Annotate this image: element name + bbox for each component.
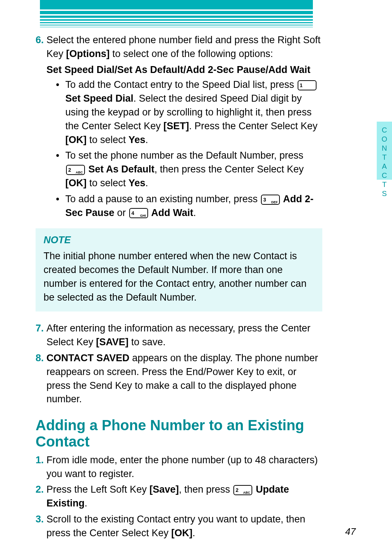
step-number: 3.: [36, 513, 46, 540]
text: .: [192, 528, 195, 538]
label-add-wait: Add Wait: [149, 207, 193, 218]
bullet-set-speed-dial: To add the Contact entry to the Speed Di…: [56, 78, 322, 147]
text: .: [85, 498, 87, 509]
text: .: [193, 207, 196, 218]
note-box: NOTE The initial phone number entered wh…: [36, 228, 322, 311]
page-number: 47: [345, 525, 356, 538]
step-8: 8. CONTACT SAVED appears on the display.…: [36, 351, 322, 406]
page-content: 6. Select the entered phone number field…: [36, 33, 322, 542]
text: to save.: [128, 337, 166, 347]
key-set: [SET]: [163, 121, 189, 131]
key-ok: [OK]: [171, 528, 192, 538]
text: .: [146, 134, 148, 145]
key-3-icon: 3DEF: [261, 195, 280, 205]
text: , then press the Center Select Key: [155, 164, 304, 175]
s2-step-3: 3. Scroll to the existing Contact entry …: [36, 513, 322, 540]
label-yes: Yes: [128, 178, 146, 188]
key-save: [Save]: [150, 484, 179, 495]
bullet-add-pause: To add a pause to an existing number, pr…: [56, 192, 322, 220]
note-body: The initial phone number entered when th…: [44, 249, 314, 304]
step-number: 8.: [36, 351, 46, 406]
s2-step-2: 2. Press the Left Soft Key [Save], then …: [36, 483, 322, 510]
key-4-icon: 4GHI: [129, 208, 148, 218]
step-number: 6.: [36, 33, 46, 61]
bullet-set-as-default: To set the phone number as the Default N…: [56, 149, 322, 190]
label-yes: Yes: [128, 134, 146, 145]
step-number: 7.: [36, 322, 46, 349]
heading-adding-phone-number: Adding a Phone Number to an Existing Con…: [36, 417, 322, 450]
note-title: NOTE: [44, 233, 314, 247]
s2-step-1: 1. From idle mode, enter the phone numbe…: [36, 453, 322, 481]
step-body: After entering the information as necess…: [46, 322, 322, 349]
step-body: CONTACT SAVED appears on the display. Th…: [46, 351, 322, 406]
step-body: From idle mode, enter the phone number (…: [46, 453, 322, 481]
key-1-icon: 1: [298, 80, 317, 90]
step-6-bullets: To add the Contact entry to the Speed Di…: [56, 78, 322, 220]
side-tab-contacts: CONTACTS: [377, 122, 392, 180]
label-set-as-default: Set As Default: [86, 164, 155, 175]
step-body: Press the Left Soft Key [Save], then pre…: [46, 483, 322, 510]
text: to select: [86, 178, 128, 188]
text: To set the phone number as the Default N…: [65, 150, 303, 161]
text: to select: [86, 134, 128, 145]
step-body: Select the entered phone number field an…: [46, 33, 322, 61]
text: Press the Left Soft Key: [46, 484, 150, 495]
text: To add the Contact entry to the Speed Di…: [65, 79, 297, 90]
text: to select one of the following options:: [110, 48, 273, 59]
key-2-icon: 2ABC: [233, 485, 252, 495]
text: . Press the Center Select Key: [189, 121, 318, 131]
key-ok: [OK]: [65, 178, 86, 188]
step-6: 6. Select the entered phone number field…: [36, 33, 322, 61]
step-number: 2.: [36, 483, 46, 510]
text: .: [146, 178, 148, 188]
key-2-icon: 2ABC: [66, 165, 85, 175]
text: or: [114, 207, 128, 218]
text: From idle mode, enter the phone number (…: [46, 455, 318, 479]
step-body: Scroll to the existing Contact entry you…: [46, 513, 322, 540]
label-contact-saved: CONTACT SAVED: [46, 353, 130, 363]
key-ok: [OK]: [65, 134, 86, 145]
text: , then press: [179, 484, 233, 495]
step-7: 7. After entering the information as nec…: [36, 322, 322, 349]
step-number: 1.: [36, 453, 46, 481]
options-key-label: [Options]: [66, 48, 110, 59]
header-decoration: [40, 0, 313, 30]
text: To add a pause to an existing number, pr…: [65, 194, 260, 204]
step-6-options-list: Set Speed Dial/Set As Default/Add 2-Sec …: [46, 63, 322, 77]
label-set-speed-dial: Set Speed Dial: [65, 93, 134, 104]
text: After entering the information as necess…: [46, 323, 310, 347]
key-save: [SAVE]: [96, 337, 129, 347]
